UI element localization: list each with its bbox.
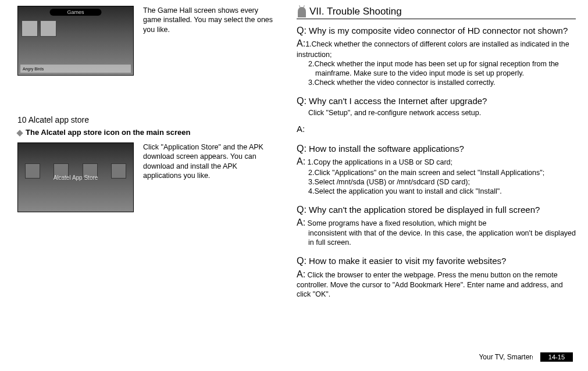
qa-block-3: Q: How to install the software applicati… xyxy=(297,143,576,196)
answer-2-sub: Click "Setup", and re-configure network … xyxy=(297,108,576,117)
screenshot-app-icons xyxy=(22,20,56,37)
answer-item: 2.Click "Applications" on the main scree… xyxy=(297,168,576,177)
qa-block-5: Q: How to make it easier to visit my fav… xyxy=(297,255,576,299)
question-3: Q: How to install the software applicati… xyxy=(297,143,576,155)
gamehall-screenshot: Games Angry Birds xyxy=(17,6,134,76)
question-text: How to install the software applications… xyxy=(309,144,464,154)
q-label: Q: xyxy=(297,205,307,215)
answer-text-line2: inconsistent with that of the device. In… xyxy=(297,229,576,247)
diamond-bullet-icon xyxy=(16,130,23,136)
section-10-title: 10 Alcatel app store xyxy=(17,115,273,124)
android-icon xyxy=(297,6,307,17)
q-label: Q: xyxy=(297,26,307,35)
app-icon xyxy=(22,20,38,37)
footer-tagline: Your TV, Smarter! xyxy=(479,353,533,361)
chapter-heading-row: VII. Trouble Shooting xyxy=(297,6,576,19)
answer-2-label: A: xyxy=(297,123,576,134)
answer-item: 1.Check whether the connectors of differ… xyxy=(297,40,569,58)
q-label: Q: xyxy=(297,144,307,154)
left-column: Games Angry Birds The Game Hall screen s… xyxy=(17,6,273,307)
tagline-text: Your TV, Smarter xyxy=(479,353,532,361)
gamehall-block: Games Angry Birds The Game Hall screen s… xyxy=(17,6,273,76)
answer-text: Click the browser to enter the webpage. … xyxy=(297,271,563,298)
appstore-block: Alcatel App Store Click "Application Sto… xyxy=(17,142,273,212)
screenshot-topbar: Games xyxy=(49,9,101,16)
tagline-excl: ! xyxy=(532,355,533,361)
page-number-badge: 14-15 xyxy=(540,352,573,362)
question-2: Q: Why can't I access the Internet after… xyxy=(297,95,576,107)
a-label: A: xyxy=(297,156,305,166)
app-icon xyxy=(40,20,56,37)
appstore-screenshot: Alcatel App Store xyxy=(17,142,134,212)
tile xyxy=(111,163,126,179)
appstore-subheading: The Alcatel app store icon on the main s… xyxy=(17,128,273,137)
answer-5: A: Click the browser to enter the webpag… xyxy=(297,269,576,299)
screenshot-bottom-label: Angry Birds xyxy=(23,67,44,71)
answer-1: A:1.Check whether the connectors of diff… xyxy=(297,38,576,87)
appstore-center-label: Alcatel App Store xyxy=(54,174,98,181)
a-label: A: xyxy=(297,38,305,48)
subheading-text: The Alcatel app store icon on the main s… xyxy=(26,128,190,137)
answer-item: 4.Select the application you want to ins… xyxy=(297,187,576,196)
q-label: Q: xyxy=(297,256,307,266)
answer-4: A: Some programs have a fixed resolution… xyxy=(297,217,576,247)
right-column: VII. Trouble Shooting Q: Why is my compo… xyxy=(297,6,576,307)
a-label: A: xyxy=(297,269,305,279)
appstore-description: Click "Application Store" and the APK do… xyxy=(143,142,273,180)
q-label: Q: xyxy=(297,96,307,106)
a-label: A: xyxy=(297,217,305,227)
answer-3: A: 1.Copy the applications in a USB or S… xyxy=(297,156,576,195)
answer-item: 3.Check whether the video connector is i… xyxy=(297,78,576,87)
question-5: Q: How to make it easier to visit my fav… xyxy=(297,255,576,267)
answer-item: 3.Select /mnt/sda (USB) or /mnt/sdcard (… xyxy=(297,177,576,187)
screenshot-bottombar: Angry Birds xyxy=(20,65,131,73)
question-text: Why can't the application stored be disp… xyxy=(309,205,540,215)
question-text: How to make it easier to visit my favori… xyxy=(309,256,506,266)
gamehall-description: The Game Hall screen shows every game in… xyxy=(143,6,273,34)
tile xyxy=(25,163,40,179)
answer-item: 1.Copy the applications in a USB or SD c… xyxy=(308,158,452,166)
question-1: Q: Why is my composite video connector o… xyxy=(297,25,576,37)
question-text: Why is my composite video connector of H… xyxy=(309,26,568,35)
answer-item: 2.Check whether the input mode has been … xyxy=(297,59,576,78)
qa-block-2: Q: Why can't I access the Internet after… xyxy=(297,95,576,135)
question-text: Why can't I access the Internet after up… xyxy=(309,96,487,106)
page-footer: Your TV, Smarter! 14-15 xyxy=(479,352,573,362)
question-4: Q: Why can't the application stored be d… xyxy=(297,204,576,216)
page-spread: Games Angry Birds The Game Hall screen s… xyxy=(0,0,588,307)
answer-text-line1: Some programs have a fixed resolution, w… xyxy=(308,219,487,227)
qa-block-1: Q: Why is my composite video connector o… xyxy=(297,25,576,87)
qa-block-4: Q: Why can't the application stored be d… xyxy=(297,204,576,248)
chapter-title: VII. Trouble Shooting xyxy=(309,6,402,17)
